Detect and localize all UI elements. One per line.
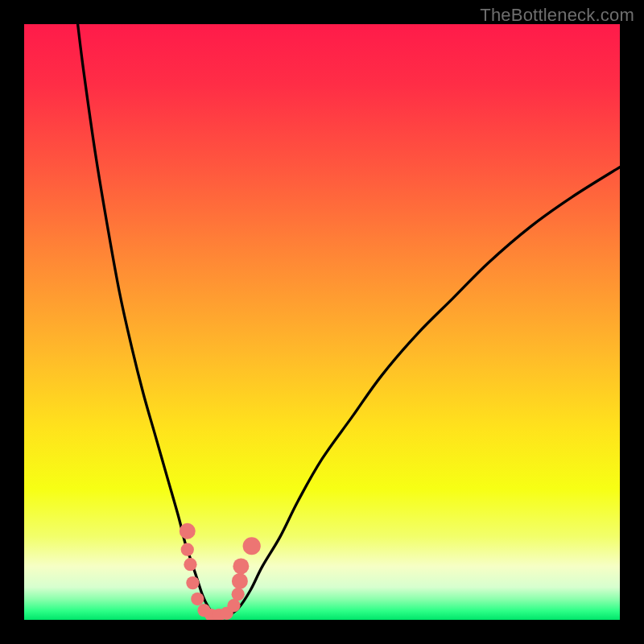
data-point (227, 599, 240, 612)
watermark-text: TheBottleneck.com (480, 5, 634, 26)
data-point (243, 537, 261, 555)
data-point (184, 558, 196, 571)
data-point (191, 592, 204, 605)
data-point (233, 558, 249, 574)
plot-area (24, 24, 620, 620)
data-point (232, 588, 245, 601)
data-point (186, 576, 199, 589)
data-point (180, 523, 196, 539)
data-markers (180, 523, 261, 620)
curves-layer (24, 24, 620, 620)
data-point (181, 543, 194, 556)
right-curve (227, 167, 620, 617)
data-point (232, 573, 248, 589)
chart-frame: TheBottleneck.com (0, 0, 644, 644)
